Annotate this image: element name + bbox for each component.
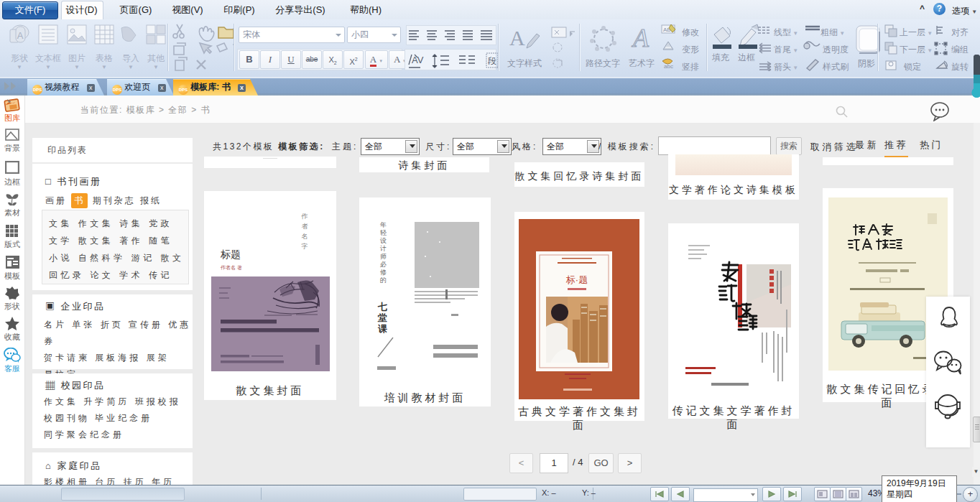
svg-text:A: A: [17, 30, 24, 41]
svg-text:A: A: [509, 26, 525, 50]
svg-text:标·题: 标·题: [566, 274, 588, 285]
svg-text:abc: abc: [664, 63, 673, 70]
svg-text:段: 段: [488, 56, 496, 66]
svg-text:A: A: [632, 24, 650, 52]
svg-text:AV: AV: [412, 55, 424, 65]
